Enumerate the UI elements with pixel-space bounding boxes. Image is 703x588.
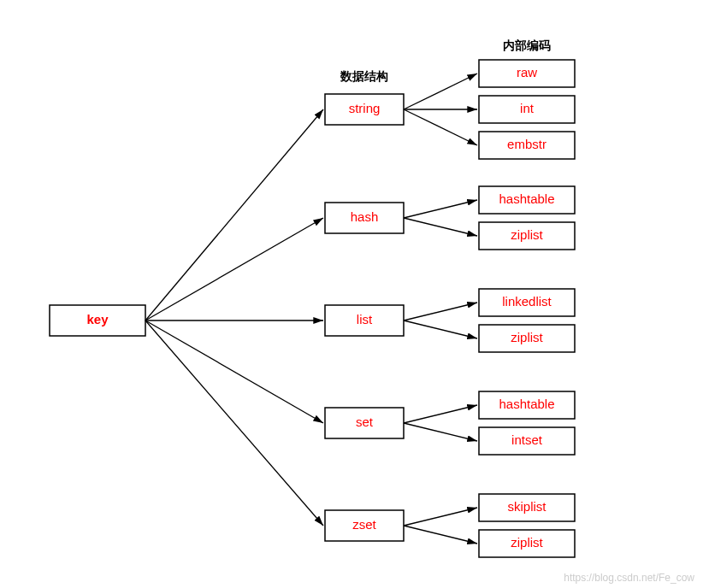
hash-enc0-label: hashtable [499, 191, 554, 206]
arrow-key-string [145, 109, 323, 320]
zset-enc1-label: ziplist [511, 535, 543, 550]
set-label: set [356, 415, 374, 429]
int-label: int [520, 101, 535, 115]
key-label: key [86, 312, 109, 326]
arrow-string-embstr [404, 109, 477, 145]
arrow-set-0 [404, 405, 477, 423]
zset-label: zset [352, 517, 376, 532]
arrow-set-1 [404, 423, 477, 441]
watermark: https://blog.csdn.net/Fe_cow [564, 572, 694, 584]
arrow-list-0 [404, 303, 477, 320]
encoding-header: 内部编码 [503, 38, 551, 52]
arrow-list-1 [404, 320, 477, 338]
raw-label: raw [517, 65, 537, 79]
list-label: list [357, 312, 373, 326]
arrow-key-set [145, 320, 323, 423]
arrow-hash-1 [404, 218, 477, 236]
string-label: string [349, 101, 381, 115]
data-structure-header: 数据结构 [340, 69, 388, 83]
list-enc1-label: ziplist [511, 330, 543, 344]
arrow-key-zset [145, 320, 323, 526]
set-enc1-label: intset [511, 432, 543, 447]
set-enc0-label: hashtable [499, 397, 554, 411]
arrow-hash-0 [404, 200, 477, 218]
arrow-key-hash [145, 218, 323, 320]
arrow-zset-1 [404, 526, 477, 544]
hash-label: hash [351, 209, 379, 224]
zset-enc0-label: skiplist [507, 499, 546, 514]
arrow-string-raw [404, 74, 477, 109]
embstr-label: embstr [507, 137, 546, 151]
hash-enc1-label: ziplist [511, 227, 543, 242]
arrow-zset-0 [404, 508, 477, 526]
list-enc0-label: linkedlist [502, 294, 552, 309]
